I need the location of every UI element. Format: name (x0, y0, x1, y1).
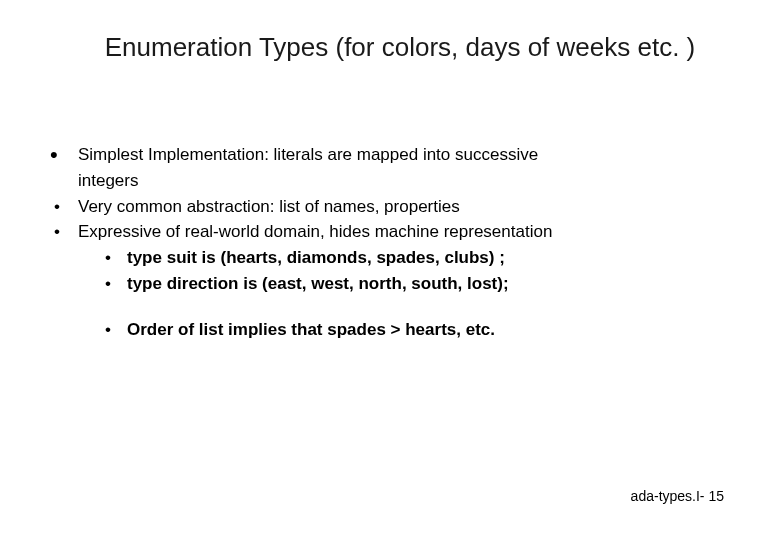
slide-title: Enumeration Types (for colors, days of w… (50, 32, 730, 63)
sub-bullet-item-1: • type suit is (hearts, diamonds, spades… (50, 246, 730, 270)
value-text: (east, west, north, south, lost); (262, 274, 509, 293)
bullet-text: Simplest Implementation: literals are ma… (78, 143, 730, 167)
code-example: type direction is (east, west, north, so… (127, 272, 730, 296)
bullet-icon: • (50, 220, 78, 244)
value-text: (hearts, diamonds, spades, clubs) ; (221, 248, 505, 267)
bullet-item-3: • Expressive of real-world domain, hides… (50, 220, 730, 244)
keyword-text: type suit is (127, 248, 221, 267)
bullet-continuation: integers (50, 169, 730, 193)
slide-footer: ada-types.I- 15 (631, 488, 724, 504)
bullet-item-1: • Simplest Implementation: literals are … (50, 143, 730, 167)
bullet-text: Order of list implies that spades > hear… (127, 318, 730, 342)
slide: Enumeration Types (for colors, days of w… (0, 0, 780, 540)
bullet-icon: • (50, 195, 78, 219)
bullet-icon: • (105, 246, 127, 270)
slide-content: • Simplest Implementation: literals are … (50, 143, 730, 342)
sub-bullet-item-2: • type direction is (east, west, north, … (50, 272, 730, 296)
bullet-icon: • (50, 144, 78, 166)
bullet-icon: • (105, 272, 127, 296)
bullet-item-2: • Very common abstraction: list of names… (50, 195, 730, 219)
sub-bullet-item-3: • Order of list implies that spades > he… (50, 318, 730, 342)
bullet-icon: • (105, 318, 127, 342)
code-example: type suit is (hearts, diamonds, spades, … (127, 246, 730, 270)
bullet-text: Expressive of real-world domain, hides m… (78, 220, 730, 244)
keyword-text: type direction is (127, 274, 262, 293)
bullet-text: Very common abstraction: list of names, … (78, 195, 730, 219)
